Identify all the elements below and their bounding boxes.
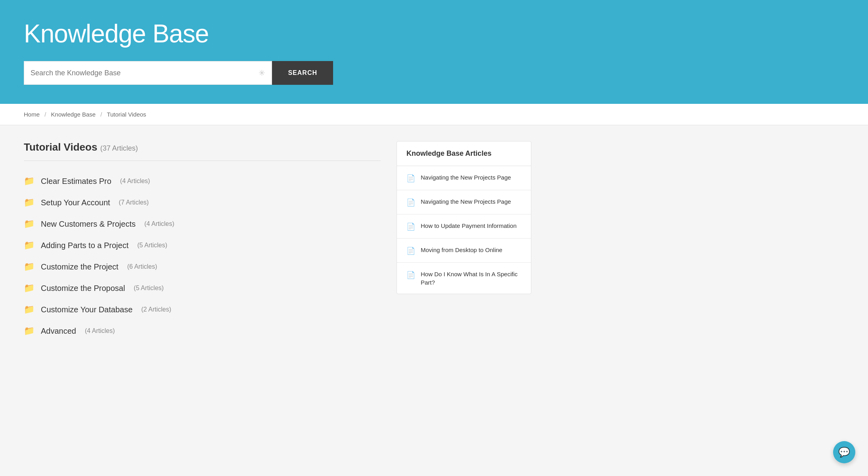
main-content: Tutorial Videos (37 Articles) 📁 Clear Es… [0,125,555,357]
sidebar-article-item[interactable]: 📄 Navigating the New Projects Page [397,166,531,190]
category-count: (5 Articles) [134,285,164,292]
article-title: How Do I Know What Is In A Specific Part… [421,270,521,287]
sidebar-article-item[interactable]: 📄 Navigating the New Projects Page [397,190,531,214]
category-name: Customize Your Database [41,305,132,314]
article-title: Navigating the New Projects Page [421,173,511,182]
category-count: (4 Articles) [144,220,174,227]
list-item[interactable]: 📁 New Customers & Projects (4 Articles) [24,213,381,235]
category-count: (4 Articles) [120,178,150,185]
document-icon: 📄 [406,271,415,279]
search-input[interactable] [31,63,255,84]
section-title-text: Tutorial Videos [24,141,97,153]
breadcrumb: Home / Knowledge Base / Tutorial Videos [0,104,868,125]
document-icon: 📄 [406,174,415,183]
category-name: Customize the Proposal [41,284,125,293]
folder-icon: 📁 [24,219,34,229]
search-button[interactable]: SEARCH [272,61,333,85]
page-title: Knowledge Base [24,19,844,48]
search-bar: ✳ SEARCH [24,61,333,85]
category-name: Customize the Project [41,262,119,271]
knowledge-base-sidebar: Knowledge Base Articles 📄 Navigating the… [397,141,531,294]
sidebar-article-item[interactable]: 📄 How Do I Know What Is In A Specific Pa… [397,263,531,294]
folder-icon: 📁 [24,304,34,315]
section-title: Tutorial Videos (37 Articles) [24,141,381,153]
category-count: (7 Articles) [119,199,149,206]
list-item[interactable]: 📁 Adding Parts to a Project (5 Articles) [24,235,381,256]
left-column: Tutorial Videos (37 Articles) 📁 Clear Es… [24,141,381,342]
folder-icon: 📁 [24,326,34,336]
search-input-wrapper: ✳ [24,61,272,85]
sidebar-title: Knowledge Base Articles [397,141,531,166]
sidebar-article-item[interactable]: 📄 How to Update Payment Information [397,214,531,239]
article-title: Navigating the New Projects Page [421,197,511,206]
category-list: 📁 Clear Estimates Pro (4 Articles) 📁 Set… [24,170,381,342]
category-name: Adding Parts to a Project [41,241,128,250]
document-icon: 📄 [406,247,415,255]
folder-icon: 📁 [24,240,34,250]
category-count: (6 Articles) [127,263,157,270]
list-item[interactable]: 📁 Clear Estimates Pro (4 Articles) [24,170,381,192]
list-item[interactable]: 📁 Customize the Proposal (5 Articles) [24,277,381,299]
hero-section: Knowledge Base ✳ SEARCH [0,0,868,104]
list-item[interactable]: 📁 Setup Your Account (7 Articles) [24,192,381,213]
folder-icon: 📁 [24,197,34,208]
category-count: (5 Articles) [137,242,167,249]
document-icon: 📄 [406,198,415,207]
list-item[interactable]: 📁 Advanced (4 Articles) [24,320,381,342]
article-title: Moving from Desktop to Online [421,246,502,254]
category-name: New Customers & Projects [41,220,136,229]
list-item[interactable]: 📁 Customize Your Database (2 Articles) [24,299,381,320]
breadcrumb-sep-1: / [44,111,46,118]
breadcrumb-tutorial-videos[interactable]: Tutorial Videos [107,111,146,118]
category-count: (4 Articles) [85,327,115,335]
search-spinner-icon: ✳ [259,68,265,78]
sidebar-article-item[interactable]: 📄 Moving from Desktop to Online [397,239,531,263]
section-count: (37 Articles) [100,144,138,152]
folder-icon: 📁 [24,283,34,293]
category-name: Advanced [41,327,76,336]
folder-icon: 📁 [24,176,34,186]
breadcrumb-knowledge-base[interactable]: Knowledge Base [51,111,96,118]
document-icon: 📄 [406,222,415,231]
list-item[interactable]: 📁 Customize the Project (6 Articles) [24,256,381,277]
article-title: How to Update Payment Information [421,222,517,230]
breadcrumb-home[interactable]: Home [24,111,40,118]
category-count: (2 Articles) [141,306,171,313]
folder-icon: 📁 [24,262,34,272]
category-name: Setup Your Account [41,198,110,207]
breadcrumb-sep-2: / [100,111,102,118]
section-divider [24,161,381,161]
category-name: Clear Estimates Pro [41,177,111,186]
